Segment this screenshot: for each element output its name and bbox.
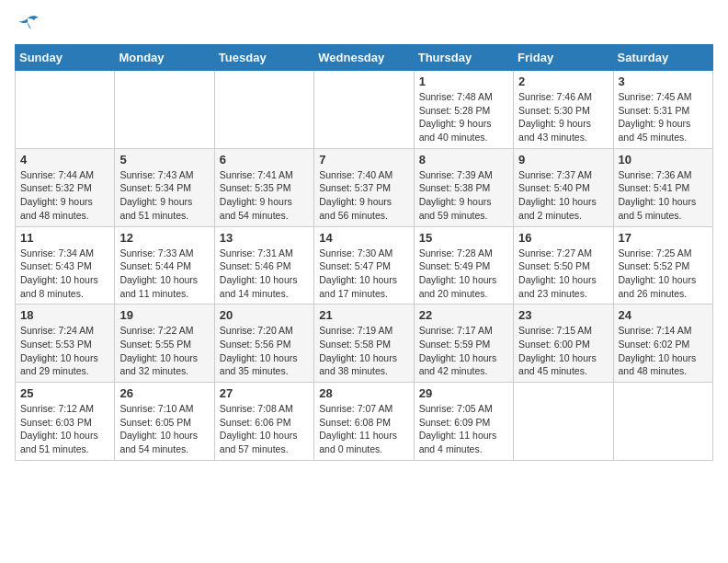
day-info: Sunrise: 7:14 AM Sunset: 6:02 PM Dayligh… <box>619 324 708 378</box>
calendar-week-row-3: 11Sunrise: 7:34 AM Sunset: 5:43 PM Dayli… <box>16 226 713 304</box>
day-info: Sunrise: 7:12 AM Sunset: 6:03 PM Dayligh… <box>20 402 109 456</box>
calendar-cell: 29Sunrise: 7:05 AM Sunset: 6:09 PM Dayli… <box>414 383 513 461</box>
calendar-cell: 24Sunrise: 7:14 AM Sunset: 6:02 PM Dayli… <box>613 304 712 383</box>
day-number: 7 <box>319 153 408 167</box>
day-number: 6 <box>220 153 309 167</box>
calendar-cell: 7Sunrise: 7:40 AM Sunset: 5:37 PM Daylig… <box>314 148 414 226</box>
calendar-week-row-4: 18Sunrise: 7:24 AM Sunset: 5:53 PM Dayli… <box>16 304 713 383</box>
day-number: 29 <box>419 386 508 400</box>
col-sunday: Sunday <box>16 45 115 71</box>
day-info: Sunrise: 7:43 AM Sunset: 5:34 PM Dayligh… <box>119 168 209 223</box>
day-info: Sunrise: 7:34 AM Sunset: 5:43 PM Dayligh… <box>20 247 109 301</box>
calendar-cell: 23Sunrise: 7:15 AM Sunset: 6:00 PM Dayli… <box>514 304 613 383</box>
day-info: Sunrise: 7:30 AM Sunset: 5:47 PM Dayligh… <box>319 247 408 301</box>
col-tuesday: Tuesday <box>214 45 313 71</box>
day-info: Sunrise: 7:05 AM Sunset: 6:09 PM Dayligh… <box>419 402 508 456</box>
day-info: Sunrise: 7:17 AM Sunset: 5:59 PM Dayligh… <box>419 324 508 378</box>
calendar-cell: 26Sunrise: 7:10 AM Sunset: 6:05 PM Dayli… <box>115 383 214 461</box>
calendar-week-row-5: 25Sunrise: 7:12 AM Sunset: 6:03 PM Dayli… <box>16 383 713 461</box>
day-info: Sunrise: 7:41 AM Sunset: 5:35 PM Dayligh… <box>220 168 309 223</box>
calendar-cell <box>214 71 313 149</box>
day-number: 19 <box>119 308 209 322</box>
day-info: Sunrise: 7:07 AM Sunset: 6:08 PM Dayligh… <box>319 402 408 456</box>
day-number: 25 <box>20 386 109 400</box>
calendar-cell: 21Sunrise: 7:19 AM Sunset: 5:58 PM Dayli… <box>314 304 414 383</box>
calendar-cell: 16Sunrise: 7:27 AM Sunset: 5:50 PM Dayli… <box>514 226 613 304</box>
day-number: 3 <box>619 75 708 88</box>
calendar-cell: 14Sunrise: 7:30 AM Sunset: 5:47 PM Dayli… <box>314 226 414 304</box>
calendar-cell <box>613 383 712 461</box>
day-info: Sunrise: 7:37 AM Sunset: 5:40 PM Dayligh… <box>518 168 608 223</box>
calendar-cell: 13Sunrise: 7:31 AM Sunset: 5:46 PM Dayli… <box>214 226 313 304</box>
calendar-cell <box>514 383 613 461</box>
day-info: Sunrise: 7:31 AM Sunset: 5:46 PM Dayligh… <box>220 247 309 301</box>
day-info: Sunrise: 7:24 AM Sunset: 5:53 PM Dayligh… <box>20 324 109 378</box>
calendar-cell: 12Sunrise: 7:33 AM Sunset: 5:44 PM Dayli… <box>115 226 214 304</box>
calendar-cell: 8Sunrise: 7:39 AM Sunset: 5:38 PM Daylig… <box>414 148 513 226</box>
col-friday: Friday <box>514 45 613 71</box>
col-wednesday: Wednesday <box>314 45 414 71</box>
day-number: 1 <box>419 75 508 88</box>
day-info: Sunrise: 7:36 AM Sunset: 5:41 PM Dayligh… <box>619 168 708 223</box>
calendar-cell: 6Sunrise: 7:41 AM Sunset: 5:35 PM Daylig… <box>214 148 313 226</box>
day-info: Sunrise: 7:46 AM Sunset: 5:30 PM Dayligh… <box>518 90 608 144</box>
day-number: 2 <box>518 75 608 88</box>
day-number: 26 <box>119 386 209 400</box>
day-info: Sunrise: 7:39 AM Sunset: 5:38 PM Dayligh… <box>419 168 508 223</box>
calendar-cell: 17Sunrise: 7:25 AM Sunset: 5:52 PM Dayli… <box>613 226 712 304</box>
calendar-cell: 2Sunrise: 7:46 AM Sunset: 5:30 PM Daylig… <box>514 71 613 149</box>
day-number: 22 <box>419 308 508 322</box>
day-number: 9 <box>518 153 608 167</box>
calendar-cell: 20Sunrise: 7:20 AM Sunset: 5:56 PM Dayli… <box>214 304 313 383</box>
day-info: Sunrise: 7:27 AM Sunset: 5:50 PM Dayligh… <box>518 247 608 301</box>
calendar-cell: 27Sunrise: 7:08 AM Sunset: 6:06 PM Dayli… <box>214 383 313 461</box>
day-number: 15 <box>419 231 508 245</box>
calendar-cell <box>16 71 115 149</box>
col-saturday: Saturday <box>613 45 712 71</box>
day-info: Sunrise: 7:25 AM Sunset: 5:52 PM Dayligh… <box>619 247 708 301</box>
calendar-cell: 3Sunrise: 7:45 AM Sunset: 5:31 PM Daylig… <box>613 71 712 149</box>
calendar-cell: 9Sunrise: 7:37 AM Sunset: 5:40 PM Daylig… <box>514 148 613 226</box>
col-monday: Monday <box>115 45 214 71</box>
day-info: Sunrise: 7:33 AM Sunset: 5:44 PM Dayligh… <box>119 247 209 301</box>
day-number: 8 <box>419 153 508 167</box>
day-number: 16 <box>518 231 608 245</box>
calendar-cell: 19Sunrise: 7:22 AM Sunset: 5:55 PM Dayli… <box>115 304 214 383</box>
col-thursday: Thursday <box>414 45 513 71</box>
day-info: Sunrise: 7:08 AM Sunset: 6:06 PM Dayligh… <box>220 402 309 456</box>
calendar-cell: 11Sunrise: 7:34 AM Sunset: 5:43 PM Dayli… <box>16 226 115 304</box>
calendar-week-row-2: 4Sunrise: 7:44 AM Sunset: 5:32 PM Daylig… <box>16 148 713 226</box>
day-number: 4 <box>20 153 109 167</box>
calendar-cell: 4Sunrise: 7:44 AM Sunset: 5:32 PM Daylig… <box>16 148 115 226</box>
logo <box>15 15 44 35</box>
day-info: Sunrise: 7:15 AM Sunset: 6:00 PM Dayligh… <box>518 324 608 378</box>
day-info: Sunrise: 7:44 AM Sunset: 5:32 PM Dayligh… <box>20 168 109 223</box>
calendar-cell: 22Sunrise: 7:17 AM Sunset: 5:59 PM Dayli… <box>414 304 513 383</box>
day-number: 28 <box>319 386 408 400</box>
calendar-cell: 25Sunrise: 7:12 AM Sunset: 6:03 PM Dayli… <box>16 383 115 461</box>
day-info: Sunrise: 7:19 AM Sunset: 5:58 PM Dayligh… <box>319 324 408 378</box>
day-info: Sunrise: 7:28 AM Sunset: 5:49 PM Dayligh… <box>419 247 508 301</box>
logo-bird-icon <box>15 15 40 35</box>
day-number: 12 <box>119 231 209 245</box>
day-info: Sunrise: 7:20 AM Sunset: 5:56 PM Dayligh… <box>220 324 309 378</box>
day-number: 21 <box>319 308 408 322</box>
calendar-cell: 10Sunrise: 7:36 AM Sunset: 5:41 PM Dayli… <box>613 148 712 226</box>
page-header <box>15 15 713 35</box>
day-number: 11 <box>20 231 109 245</box>
day-info: Sunrise: 7:45 AM Sunset: 5:31 PM Dayligh… <box>619 90 708 144</box>
day-number: 24 <box>619 308 708 322</box>
day-info: Sunrise: 7:22 AM Sunset: 5:55 PM Dayligh… <box>119 324 209 378</box>
calendar-cell: 28Sunrise: 7:07 AM Sunset: 6:08 PM Dayli… <box>314 383 414 461</box>
day-number: 27 <box>220 386 309 400</box>
calendar-cell: 1Sunrise: 7:48 AM Sunset: 5:28 PM Daylig… <box>414 71 513 149</box>
day-number: 17 <box>619 231 708 245</box>
calendar-cell: 18Sunrise: 7:24 AM Sunset: 5:53 PM Dayli… <box>16 304 115 383</box>
calendar-cell <box>314 71 414 149</box>
day-number: 23 <box>518 308 608 322</box>
day-number: 14 <box>319 231 408 245</box>
day-number: 20 <box>220 308 309 322</box>
calendar-week-row-1: 1Sunrise: 7:48 AM Sunset: 5:28 PM Daylig… <box>16 71 713 149</box>
day-number: 5 <box>119 153 209 167</box>
calendar-cell: 5Sunrise: 7:43 AM Sunset: 5:34 PM Daylig… <box>115 148 214 226</box>
